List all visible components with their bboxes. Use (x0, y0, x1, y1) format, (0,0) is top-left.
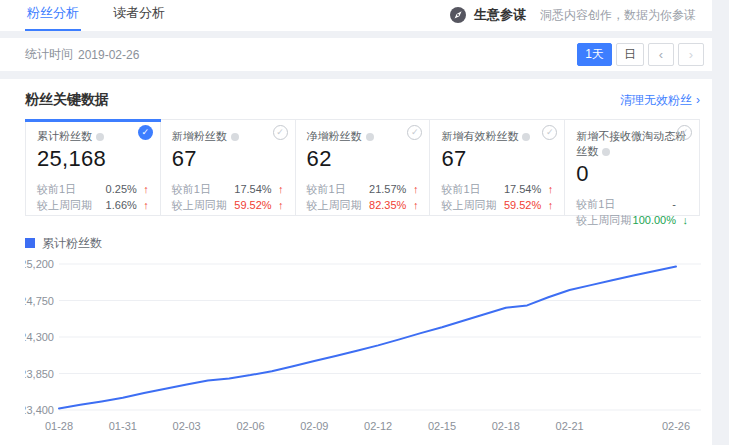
check-circle-icon[interactable]: ✓ (542, 125, 557, 140)
tab-reader-analysis[interactable]: 读者分析 (111, 0, 167, 31)
compare-value: 82.35% (369, 197, 406, 213)
brand-area: 生意参谋 洞悉内容创作，数据为你参谋 (449, 6, 696, 31)
chart-area: 23,40023,85024,30024,75025,20001-2801-31… (25, 254, 700, 444)
up-arrow-icon: ↑ (272, 181, 284, 197)
compare-last-week: 较上周同期 59.52% ↑ (172, 197, 284, 213)
card-title-text: 新增粉丝数 (172, 130, 227, 142)
card-title-text: 净增粉丝数 (307, 130, 362, 142)
check-circle-icon[interactable]: ✓ (273, 125, 288, 140)
compare-label: 较上周同期 (172, 197, 227, 213)
compare-label: 较上周同期 (576, 212, 631, 228)
separator (0, 31, 712, 38)
card-title-text: 累计粉丝数 (37, 130, 92, 142)
up-arrow-icon: ↑ (406, 181, 418, 197)
svg-text:02-15: 02-15 (428, 420, 456, 432)
svg-text:02-03: 02-03 (173, 420, 201, 432)
section-header: 粉丝关键数据 清理无效粉丝 › (25, 91, 700, 109)
info-dot-icon (366, 133, 374, 141)
svg-text:23,400: 23,400 (25, 404, 54, 416)
compare-value: 17.54% (234, 181, 271, 197)
compare-label: 较上周同期 (307, 197, 362, 213)
brand-tagline: 洞悉内容创作，数据为你参谋 (540, 7, 696, 24)
range-1day-button[interactable]: 1天 (577, 43, 612, 66)
svg-text:02-21: 02-21 (556, 420, 584, 432)
calendar-button[interactable]: 日 (616, 43, 644, 66)
up-arrow-icon: ↑ (137, 197, 149, 213)
up-arrow-icon: ↑ (137, 181, 149, 197)
compare-last-week: 较上周同期 59.52% ↑ (441, 197, 553, 213)
compare-value: 100.00% (633, 212, 676, 228)
check-circle-icon[interactable]: ✓ (407, 125, 422, 140)
fans-line-chart: 23,40023,85024,30024,75025,20001-2801-31… (25, 254, 712, 440)
prev-day-button[interactable]: ‹ (648, 43, 674, 66)
card-title: 新增粉丝数 (172, 129, 284, 144)
compare-value: 59.52% (234, 197, 271, 213)
section-title: 粉丝关键数据 (25, 91, 109, 109)
compare-label: 较前1日 (172, 181, 211, 197)
card-value: 25,168 (37, 146, 149, 172)
compare-value: 21.57% (369, 181, 406, 197)
card-value: 0 (576, 161, 688, 187)
card-title: 累计粉丝数 (37, 129, 149, 144)
compare-value: 0.25% (106, 181, 137, 197)
svg-text:02-12: 02-12 (364, 420, 392, 432)
compare-label: 较前1日 (441, 181, 480, 197)
svg-text:02-26: 02-26 (662, 420, 690, 432)
legend-swatch-icon (25, 238, 35, 248)
svg-text:23,850: 23,850 (25, 368, 54, 380)
stat-time-label: 统计时间 (25, 46, 73, 63)
svg-text:02-18: 02-18 (492, 420, 520, 432)
up-arrow-icon: ↑ (272, 197, 284, 213)
chevron-right-icon: › (696, 93, 700, 107)
check-circle-icon[interactable]: ✓ (677, 125, 692, 140)
info-dot-icon (231, 133, 239, 141)
card-new-fans[interactable]: ✓ 新增粉丝数 67 较前1日 17.54% ↑ 较上周同期 59.52% ↑ (161, 120, 296, 215)
compare-value: - (672, 196, 676, 212)
card-new-no-weitao-fans[interactable]: ✓ 新增不接收微淘动态粉丝数 0 较前1日 - 较上周同期 100.00% ↓ (565, 120, 699, 215)
brand-name: 生意参谋 (474, 6, 526, 24)
up-arrow-icon: ↑ (406, 197, 418, 213)
compare-label: 较上周同期 (441, 197, 496, 213)
card-new-valid-fans[interactable]: ✓ 新增有效粉丝数 67 较前1日 17.54% ↑ 较上周同期 59.52% … (430, 120, 565, 215)
compare-prev-day: 较前1日 17.54% ↑ (172, 181, 284, 197)
compare-value: 17.54% (504, 181, 541, 197)
card-value: 67 (441, 146, 553, 172)
metric-cards-row: ✓ 累计粉丝数 25,168 较前1日 0.25% ↑ 较上周同期 1.66% … (25, 119, 700, 216)
compare-prev-day: 较前1日 - (576, 196, 688, 212)
svg-text:02-09: 02-09 (300, 420, 328, 432)
stat-date-value: 2019-02-26 (78, 48, 139, 62)
tab-fans-analysis[interactable]: 粉丝分析 (25, 0, 81, 31)
compare-label: 较前1日 (576, 196, 615, 212)
main-panel: 粉丝关键数据 清理无效粉丝 › ✓ 累计粉丝数 25,168 较前1日 0.25… (0, 79, 712, 445)
svg-text:01-28: 01-28 (45, 420, 73, 432)
info-dot-icon (96, 133, 104, 141)
next-day-button[interactable]: › (678, 43, 704, 66)
clean-link-label: 清理无效粉丝 (620, 92, 692, 109)
compare-last-week: 较上周同期 82.35% ↑ (307, 197, 419, 213)
svg-text:25,200: 25,200 (25, 258, 54, 270)
chart-legend: 累计粉丝数 (25, 235, 700, 251)
svg-text:24,300: 24,300 (25, 331, 54, 343)
card-title-text: 新增有效粉丝数 (441, 130, 518, 142)
card-total-fans[interactable]: ✓ 累计粉丝数 25,168 较前1日 0.25% ↑ 较上周同期 1.66% … (26, 120, 161, 215)
stat-time-bar: 统计时间 2019-02-26 1天 日 ‹ › (0, 38, 712, 71)
compare-label: 较前1日 (37, 181, 76, 197)
legend-label: 累计粉丝数 (42, 235, 102, 252)
page: 粉丝分析 读者分析 生意参谋 洞悉内容创作，数据为你参谋 统计时间 2019-0… (0, 0, 712, 445)
card-title: 新增有效粉丝数 (441, 129, 553, 144)
down-arrow-icon: ↓ (676, 212, 688, 228)
check-circle-icon[interactable]: ✓ (138, 125, 153, 140)
info-dot-icon (522, 133, 530, 141)
card-net-fans[interactable]: ✓ 净增粉丝数 62 较前1日 21.57% ↑ 较上周同期 82.35% ↑ (296, 120, 431, 215)
compare-prev-day: 较前1日 17.54% ↑ (441, 181, 553, 197)
compare-label: 较上周同期 (37, 197, 92, 213)
compass-logo-icon (449, 6, 467, 24)
compare-value: 1.66% (106, 197, 137, 213)
clean-invalid-fans-link[interactable]: 清理无效粉丝 › (620, 92, 700, 109)
compare-last-week: 较上周同期 1.66% ↑ (37, 197, 149, 213)
up-arrow-icon: ↑ (541, 181, 553, 197)
card-title: 净增粉丝数 (307, 129, 419, 144)
compare-last-week: 较上周同期 100.00% ↓ (576, 212, 688, 228)
info-dot-icon (602, 148, 610, 156)
separator (0, 71, 712, 79)
